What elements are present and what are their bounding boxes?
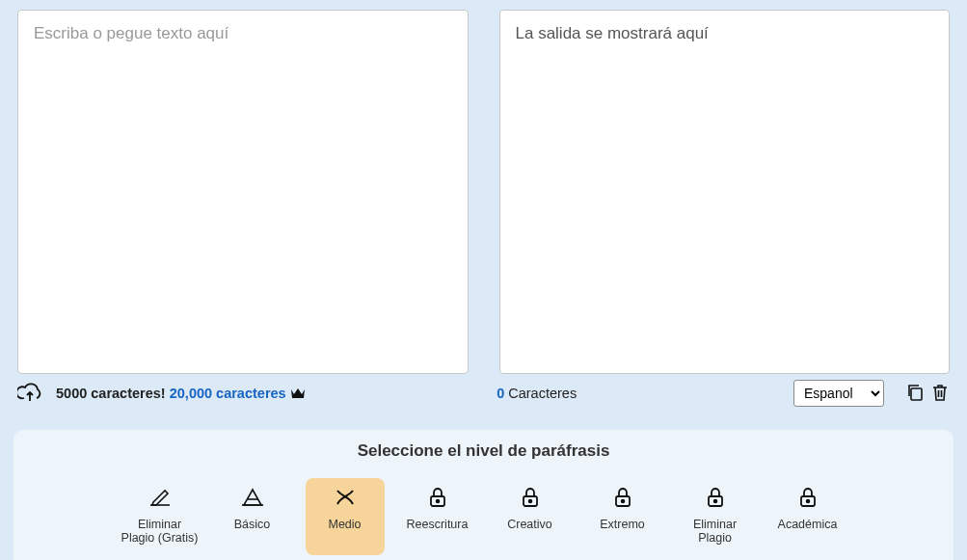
status-bar: 5000 caracteres! 20,000 caracteres 0 Car… xyxy=(0,374,967,416)
level-academica[interactable]: Académica xyxy=(768,478,847,555)
svg-point-6 xyxy=(621,500,624,503)
copy-icon[interactable] xyxy=(905,383,925,405)
level-label: Eliminar Plagio (Gratis) xyxy=(121,518,200,546)
level-label: Creativo xyxy=(507,518,552,531)
input-textarea[interactable] xyxy=(34,24,452,360)
svg-point-4 xyxy=(528,500,531,503)
level-label: Básico xyxy=(234,518,271,531)
svg-point-8 xyxy=(713,500,716,503)
svg-point-10 xyxy=(806,500,809,503)
crown-icon xyxy=(290,386,306,401)
level-label: Eliminar Plagio xyxy=(676,518,755,546)
levels-panel: Seleccione el nivel de paráfrasis Elimin… xyxy=(13,430,954,560)
lock-icon xyxy=(425,486,450,512)
lock-icon xyxy=(518,486,543,512)
char-counter: 0 Caracteres xyxy=(497,386,577,401)
upload-cloud-icon[interactable] xyxy=(17,382,42,406)
level-label: Académica xyxy=(778,518,838,531)
svg-rect-0 xyxy=(911,388,922,400)
free-limit: 5000 caracteres! xyxy=(56,386,166,401)
level-extremo[interactable]: Extremo xyxy=(583,478,662,555)
output-placeholder: La salida se mostrará aquí xyxy=(516,24,934,43)
level-label: Reescritura xyxy=(407,518,469,531)
output-pane: La salida se mostrará aquí xyxy=(499,10,951,374)
brush-icon xyxy=(333,486,358,512)
lock-icon xyxy=(703,486,728,512)
language-select[interactable]: Espanol xyxy=(793,380,884,407)
lock-icon xyxy=(610,486,635,512)
level-creativo[interactable]: Creativo xyxy=(491,478,570,555)
lock-icon xyxy=(795,486,820,512)
levels-title: Seleccione el nivel de paráfrasis xyxy=(31,441,936,461)
level-label: Medio xyxy=(328,518,361,531)
level-medio[interactable]: Medio xyxy=(306,478,385,555)
level-eliminar-plagio[interactable]: Eliminar Plagio xyxy=(676,478,755,555)
char-limit-text: 5000 caracteres! 20,000 caracteres xyxy=(56,386,306,401)
level-reescritura[interactable]: Reescritura xyxy=(398,478,477,555)
levels-row: Eliminar Plagio (Gratis)BásicoMedioReesc… xyxy=(31,478,936,555)
svg-point-2 xyxy=(436,500,439,503)
level-basico[interactable]: Básico xyxy=(213,478,292,555)
input-pane xyxy=(17,10,469,374)
level-label: Extremo xyxy=(600,518,645,531)
char-count-value: 0 xyxy=(497,386,504,401)
upgrade-limit-link[interactable]: 20,000 caracteres xyxy=(170,386,286,401)
level-eliminar-plagio-gratis[interactable]: Eliminar Plagio (Gratis) xyxy=(121,478,200,555)
basic-icon xyxy=(240,486,265,512)
trash-icon[interactable] xyxy=(930,383,950,405)
pen-icon xyxy=(148,486,173,512)
char-count-label: Caracteres xyxy=(508,386,577,401)
